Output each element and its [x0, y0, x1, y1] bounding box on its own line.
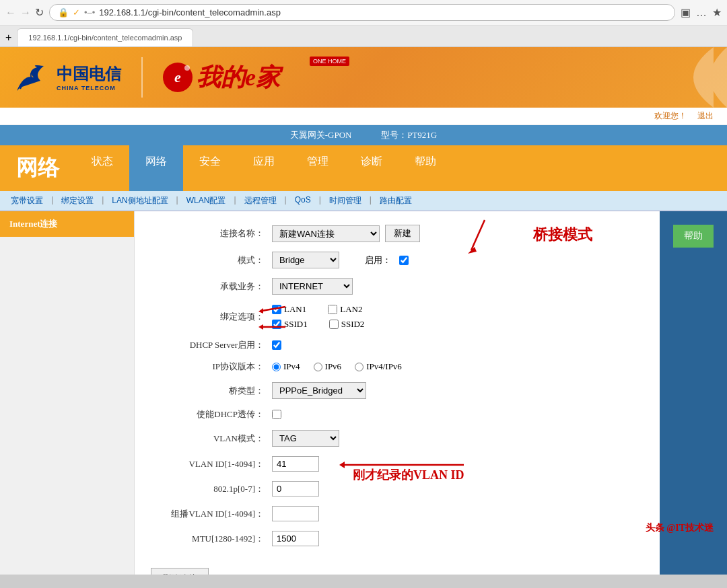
logout-link[interactable]: 退出	[697, 110, 714, 122]
mode-control: Bridge 启用：	[272, 252, 409, 268]
bridge-type-select[interactable]: PPPoE_Bridged	[272, 382, 366, 399]
form-area: 桥接模式 连接名称： 新建WAN连接 新建 模式：	[135, 211, 660, 575]
verified-icon: ✓	[73, 7, 80, 17]
nav-items: 状态 网络 安全 应用 管理 诊断 帮助	[75, 145, 727, 191]
help-button[interactable]: 帮助	[673, 225, 714, 248]
address-bar[interactable]: 🔒 ✓ •–• 192.168.1.1/cgi-bin/content_tele…	[49, 4, 675, 21]
user-bar: 欢迎您！ 退出	[0, 108, 727, 125]
dot1p-control	[272, 481, 319, 497]
bind-control: LAN1 LAN2 SSID1	[272, 304, 364, 330]
tab-bar: + 192.168.1.1/cgi-bin/content_telecomadm…	[0, 26, 727, 46]
ipv4v6-label: IPv4/IPv6	[366, 361, 402, 372]
extensions-icon[interactable]: ▣	[681, 6, 691, 19]
vlan-id-row: VLAN ID[1-4094]： 刚才纪录的VLAN ID	[151, 456, 644, 472]
new-button[interactable]: 新建	[385, 225, 420, 242]
subnav-bind[interactable]: 绑定设置	[56, 194, 99, 208]
vlan-mode-row: VLAN模式： TAG	[151, 430, 644, 447]
subnav-time[interactable]: 时间管理	[324, 194, 367, 208]
ssid1-label: SSID1	[284, 319, 308, 330]
ip-protocol-label: IP协议版本：	[151, 361, 272, 373]
browser-chrome: ← → ↻ 🔒 ✓ •–• 192.168.1.1/cgi-bin/conten…	[0, 0, 727, 47]
subnav-qos[interactable]: QoS	[289, 194, 316, 208]
vlan-mode-select[interactable]: TAG	[272, 430, 339, 447]
main-nav: 网络 状态 网络 安全 应用 管理 诊断 帮助	[0, 145, 727, 191]
ipv6-radio[interactable]	[314, 363, 322, 371]
dhcp-server-checkbox[interactable]	[272, 340, 281, 350]
subnav-route[interactable]: 路由配置	[374, 194, 417, 208]
e-circle-icon: e	[163, 63, 193, 92]
svg-marker-7	[339, 462, 345, 468]
svg-marker-5	[258, 324, 263, 330]
lan1-checkbox[interactable]	[272, 305, 281, 314]
ipv4-radio[interactable]	[272, 363, 281, 371]
nav-item-security[interactable]: 安全	[183, 145, 237, 191]
nav-item-status[interactable]: 状态	[75, 145, 129, 191]
ipv6-radio-item: IPv6	[314, 361, 342, 372]
page-header: 中国电信 CHINA TELECOM e 我的e家 ONE HOME	[0, 47, 727, 108]
subnav-lan[interactable]: LAN侧地址配置	[106, 194, 173, 208]
page-content: 中国电信 CHINA TELECOM e 我的e家 ONE HOME 欢迎您！ …	[0, 47, 727, 575]
vlan-mode-control: TAG	[272, 430, 339, 447]
sidebar: Internet连接	[0, 211, 135, 575]
ssid1-checkbox[interactable]	[272, 320, 281, 329]
dot1p-label: 802.1p[0-7]：	[151, 483, 272, 495]
nav-item-app[interactable]: 应用	[237, 145, 291, 191]
device-name: 天翼网关-GPON	[290, 130, 352, 140]
back-icon[interactable]: ←	[5, 7, 16, 19]
sub-nav: 宽带设置 | 绑定设置 | LAN侧地址配置 | WLAN配置 | 远程管理 |…	[0, 191, 727, 211]
service-select[interactable]: INTERNET	[272, 278, 353, 295]
ipv4v6-radio-item: IPv4/IPv6	[355, 361, 402, 372]
vlan-id-input[interactable]	[272, 456, 319, 472]
help-panel: 帮助	[660, 211, 727, 575]
nav-item-diag[interactable]: 诊断	[345, 145, 399, 191]
welcome-text: 欢迎您！	[654, 110, 687, 122]
more-icon[interactable]: …	[696, 7, 707, 19]
nav-item-manage[interactable]: 管理	[291, 145, 345, 191]
dhcp-transparent-control	[272, 410, 281, 419]
refresh-icon[interactable]: ↻	[35, 6, 44, 19]
bind-options-row: 绑定选项： LAN1 LAN2	[151, 304, 644, 330]
ipv4v6-radio[interactable]	[355, 363, 364, 371]
lan2-checkbox[interactable]	[328, 305, 337, 314]
vlan-id-label: VLAN ID[1-4094]：	[151, 458, 272, 470]
dhcp-transparent-checkbox[interactable]	[272, 410, 281, 419]
nav-item-help[interactable]: 帮助	[399, 145, 452, 191]
nav-item-network[interactable]: 网络	[129, 145, 183, 191]
subnav-wlan[interactable]: WLAN配置	[181, 194, 232, 208]
group-vlan-input[interactable]	[272, 506, 319, 521]
lan2-label: LAN2	[340, 304, 362, 315]
ssid2-checkbox[interactable]	[329, 320, 339, 329]
mode-select[interactable]: Bridge	[272, 252, 339, 268]
telecom-chinese-name: 中国电信	[57, 63, 121, 85]
delete-button[interactable]: 删除连接	[151, 568, 209, 575]
myde-logo-area: e 我的e家	[163, 61, 280, 94]
bind-group-2: SSID1 SSID2	[272, 319, 364, 330]
forward-icon[interactable]: →	[20, 7, 31, 19]
mode-row: 模式： Bridge 启用：	[151, 252, 644, 268]
dhcp-server-label: DHCP Server启用：	[151, 339, 272, 351]
subnav-broadband[interactable]: 宽带设置	[5, 194, 48, 208]
content-area: Internet连接 桥接模式 连接名称： 新建WAN连接 新建	[0, 211, 727, 575]
vlan-mode-label: VLAN模式：	[151, 433, 272, 445]
dhcp-transparent-row: 使能DHCP透传：	[151, 408, 644, 420]
lan1-item: LAN1	[272, 304, 306, 315]
bridge-type-row: 桥类型： PPPoE_Bridged	[151, 382, 644, 399]
subnav-remote[interactable]: 远程管理	[239, 194, 282, 208]
mtu-input[interactable]	[272, 531, 319, 546]
ip-protocol-control: IPv4 IPv6 IPv4/IPv6	[272, 361, 402, 372]
ipv4-radio-item: IPv4	[272, 361, 300, 372]
browser-tab[interactable]: 192.168.1.1/cgi-bin/content_telecomadmin…	[17, 28, 193, 46]
enable-checkbox[interactable]	[399, 256, 409, 265]
connection-name-select[interactable]: 新建WAN连接	[272, 225, 380, 242]
service-label: 承载业务：	[151, 281, 272, 293]
url-text: 192.168.1.1/cgi-bin/content_telecomadmin…	[99, 7, 281, 17]
chinatelecom-logo-area: 中国电信 CHINA TELECOM	[13, 61, 121, 94]
vlan-annotation: 刚才纪录的VLAN ID	[353, 467, 464, 483]
nav-section-title: 网络	[0, 145, 75, 191]
lock-icon: •–•	[84, 7, 95, 17]
plus-icon[interactable]: +	[5, 32, 11, 44]
connection-name-control: 新建WAN连接 新建	[272, 225, 420, 242]
dot1p-input[interactable]	[272, 481, 319, 497]
header-divider	[141, 57, 143, 98]
bookmark-icon[interactable]: ★	[712, 6, 722, 19]
